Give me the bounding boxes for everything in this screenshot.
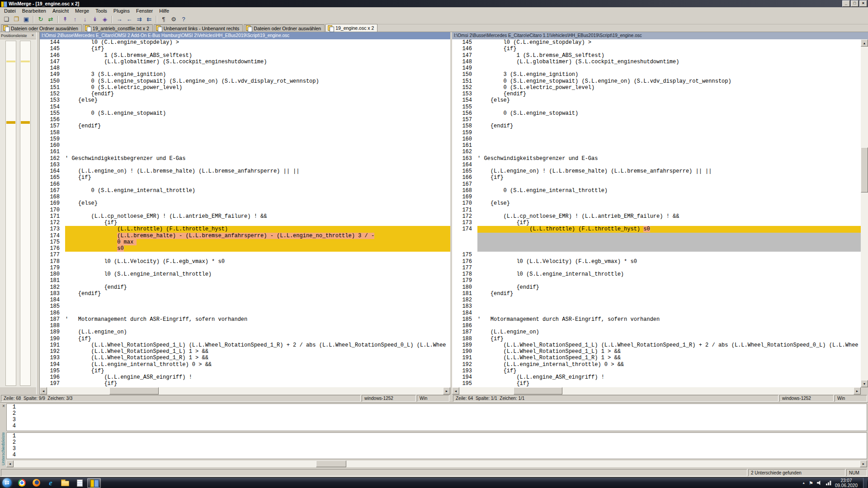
help-button[interactable]: ? (179, 15, 189, 24)
code-line[interactable]: 175 (452, 252, 861, 258)
tab-4[interactable]: Dateien oder Ordner auswählen (244, 24, 325, 32)
hidden-icons-button[interactable]: ▲ (802, 481, 805, 484)
code-line[interactable]: 186 (452, 323, 861, 329)
location-pane-close-icon[interactable]: × (30, 33, 35, 38)
code-line[interactable]: 184 (40, 297, 450, 303)
code-line[interactable]: 182 {endif} (40, 284, 450, 291)
code-line[interactable]: 180 {endif} (452, 284, 861, 291)
code-line[interactable]: 157 {endif} (40, 123, 450, 129)
menu-item-fenster[interactable]: Fenster (133, 8, 156, 14)
code-line[interactable]: 171 (452, 207, 861, 213)
code-line[interactable]: 151 0 (S.L.electric_power_level) (40, 84, 450, 91)
code-line[interactable]: 195 {if} (40, 368, 450, 374)
code-line[interactable]: 194 (L.L.engine_internal_throttle) 0 > &… (40, 361, 450, 368)
code-line[interactable]: 193 {if} (452, 368, 861, 374)
code-line[interactable]: 163' Geschwindigkeitsbegrenzer und E-Gas (452, 155, 861, 162)
menu-item-plugins[interactable]: Plugins (110, 8, 133, 14)
code-line[interactable]: 149 3 (S.L.engine_ignition) (40, 71, 450, 78)
code-line[interactable]: 147 (L.L.globaltimer) (S.L.cockpit_engin… (40, 59, 450, 65)
menu-item-bearbeiten[interactable]: Bearbeiten (19, 8, 49, 14)
code-line[interactable]: 173 {if} (452, 220, 861, 226)
scroll-left-icon[interactable]: ◄ (40, 387, 47, 394)
code-line[interactable]: 187 (L.L.engine_on) (452, 329, 861, 335)
code-line[interactable]: 161 (452, 142, 861, 149)
code-line[interactable]: 184 (452, 310, 861, 316)
code-line[interactable]: 148 (L.L.globaltimer) (S.L.cockpit_engin… (452, 59, 861, 65)
code-line[interactable]: 169 {else} (40, 200, 450, 206)
scroll-right-icon[interactable]: ► (860, 460, 867, 467)
code-line[interactable]: 186 (40, 310, 450, 316)
code-line[interactable]: 195 {if} (452, 380, 861, 387)
scroll-left-icon[interactable]: ◄ (452, 387, 459, 394)
code-line[interactable]: 166 (40, 181, 450, 188)
code-line[interactable]: 150 0 (S.L.engine_stopwait) (S.L.engine_… (40, 78, 450, 84)
code-line[interactable]: 154 (40, 104, 450, 110)
taskbar-app-internet-explorer[interactable]: e (44, 478, 57, 488)
code-line[interactable]: 164 (L.L.engine_on) ! (L.L.bremse_halte)… (40, 168, 450, 174)
rescan-button[interactable]: ↻ (36, 15, 46, 24)
code-line[interactable]: 158 (40, 130, 450, 136)
code-line[interactable]: 153 {endif} (452, 91, 861, 97)
scroll-up-icon[interactable]: ▲ (861, 39, 868, 47)
start-button[interactable] (2, 478, 12, 488)
code-line[interactable]: 170 {else} (452, 200, 861, 206)
code-line[interactable]: 180 l0 (S.L.engine_internal_throttle) (40, 271, 450, 277)
horizontal-scrollbar-thumb[interactable] (316, 460, 346, 467)
vertical-scrollbar[interactable]: ▲ ▼ (861, 39, 868, 387)
code-line[interactable]: 188 {if} (452, 336, 861, 342)
copy-all-left-button[interactable]: ⇇ (144, 15, 154, 24)
options-button[interactable]: ⚙ (169, 15, 179, 24)
code-line[interactable]: 167 (452, 181, 861, 188)
code-line[interactable]: 162' Geschwindigkeitsbegrenzer und E-Gas (40, 155, 450, 162)
first-difference-button[interactable]: ↟ (60, 15, 70, 24)
code-line[interactable]: 192 (L.L.engine_internal_throttle) 0 > &… (452, 361, 861, 368)
code-line[interactable]: 187' Motormanagement durch ASR-Eingriff,… (40, 316, 450, 323)
tab-3[interactable]: Unbenannt links - Unbenannt rechts (154, 24, 243, 32)
code-line[interactable]: 154 {else} (452, 97, 861, 103)
code-line[interactable]: 153 {else} (40, 97, 450, 103)
code-line[interactable]: 168 (40, 194, 450, 200)
code-line[interactable]: 170 (40, 207, 450, 213)
volume-icon[interactable] (817, 480, 822, 485)
scroll-right-icon[interactable]: ► (443, 387, 450, 394)
menu-item-hilfe[interactable]: Hilfe (156, 8, 172, 14)
diff-pane-line[interactable]: 2 (7, 410, 867, 417)
diff-pane-line[interactable]: 1 (7, 433, 867, 439)
show-desktop-button[interactable] (863, 478, 867, 488)
code-line[interactable]: 172 (L.L.cp_notloese_EMR) ! (L.L.antrieb… (452, 213, 861, 220)
right-horizontal-scrollbar[interactable]: ◄ ► (452, 387, 861, 394)
code-line[interactable]: 160 (40, 142, 450, 149)
scroll-left-icon[interactable]: ◄ (6, 460, 14, 467)
action-center-icon[interactable]: ⚑ (809, 480, 813, 486)
diff-pane-line[interactable]: 2 (7, 439, 867, 446)
code-line[interactable]: 177 (40, 252, 450, 258)
code-line[interactable]: 194 (L.L.engine_ASR_eingriff) ! (452, 374, 861, 380)
current-difference-button[interactable]: ◈ (100, 15, 110, 24)
diff-pane-line[interactable]: 1 (7, 404, 867, 410)
code-line[interactable]: 179 (452, 277, 861, 284)
code-line[interactable]: 165 (L.L.engine_on) ! (L.L.bremse_halte)… (452, 168, 861, 174)
code-line[interactable]: 162 (452, 149, 861, 155)
vertical-scrollbar-thumb[interactable] (861, 147, 868, 192)
scroll-right-icon[interactable]: ► (854, 387, 861, 394)
minimize-button[interactable]: _ (842, 0, 850, 7)
code-line[interactable]: 189 (L.L.engine_on) (40, 329, 450, 335)
code-line[interactable]: 190 (L.L.Wheel_RotationSpeed_1_L) 1 > && (452, 348, 861, 355)
code-line[interactable]: 185' Motormanagement durch ASR-Eingriff,… (452, 316, 861, 323)
right-editor[interactable]: 145 l0 (C.L.engine_stopdelay) >146 {if}1… (452, 39, 861, 387)
code-line[interactable]: 155 0 (S.L.engine_stopwait) (40, 110, 450, 117)
code-line[interactable]: 147 1 (S.L.bremse_ABS_selftest) (452, 52, 861, 59)
code-line[interactable]: 152 {endif} (40, 91, 450, 97)
code-line[interactable]: 174 (L.L.throttle) (F.L.throttle_hyst) s… (452, 226, 861, 232)
last-difference-button[interactable]: ↡ (90, 15, 100, 24)
code-line[interactable]: 167 0 (S.L.engine_internal_throttle) (40, 188, 450, 194)
code-line[interactable]: 168 0 (S.L.engine_internal_throttle) (452, 188, 861, 194)
code-line[interactable]: 178 l0 (L.L.Velocity) (F.L.egb_vmax) * s… (40, 258, 450, 265)
code-line[interactable]: 166 {if} (452, 174, 861, 181)
code-line[interactable]: 181 {endif} (452, 291, 861, 297)
code-line[interactable]: 173 (L.L.throttle) (F.L.throttle_hyst) (40, 226, 450, 232)
code-line[interactable]: 148 (40, 65, 450, 71)
close-button[interactable]: × (859, 0, 867, 7)
code-line[interactable] (452, 233, 861, 239)
taskbar-app-chrome[interactable] (15, 478, 28, 488)
